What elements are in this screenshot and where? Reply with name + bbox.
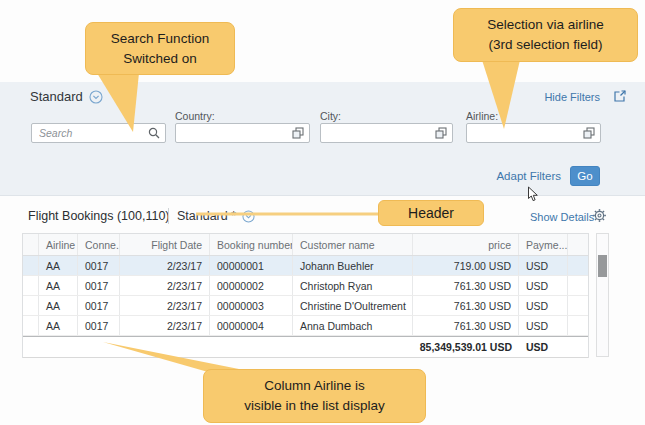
scrollbar-thumb[interactable]: [598, 255, 607, 277]
cell-price: 761.30 USD: [413, 296, 519, 315]
flight-bookings-table: Airline Conne... Flight Date Booking num…: [22, 233, 589, 358]
row-select-cell[interactable]: [23, 316, 39, 335]
total-payment: USD: [519, 337, 568, 357]
airline-input[interactable]: [467, 127, 583, 139]
table-variant-label: Standard *: [177, 209, 236, 223]
table-row[interactable]: AA 0017 2/23/17 00000001 Johann Buehler …: [23, 256, 588, 276]
cell-booking-number: 00000002: [210, 276, 293, 295]
country-input[interactable]: [176, 127, 292, 139]
cell-filler: [568, 276, 588, 295]
cell-flight-date: 2/23/17: [120, 256, 210, 275]
variant-selector-label: Standard: [30, 89, 83, 104]
row-select-cell[interactable]: [23, 296, 39, 315]
cell-airline: AA: [39, 296, 78, 315]
share-icon[interactable]: [613, 89, 627, 103]
callout-text: Switched on: [86, 49, 234, 69]
cell-flight-date: 2/23/17: [120, 276, 210, 295]
filter-bar: Standard Hide Filters Country:: [0, 82, 645, 196]
col-flight-date[interactable]: Flight Date: [120, 234, 210, 255]
search-field[interactable]: [31, 123, 166, 143]
app-screenshot: Standard Hide Filters Country:: [0, 0, 645, 425]
callout-search-function: Search Function Switched on: [85, 22, 235, 75]
cell-airline: AA: [39, 316, 78, 335]
value-help-icon[interactable]: [435, 127, 447, 139]
col-connection[interactable]: Conne...: [78, 234, 120, 255]
cell-payment: USD: [519, 316, 568, 335]
country-field[interactable]: [175, 123, 310, 143]
callout-text: Header: [379, 203, 483, 223]
callout-column-airline: Column Airline is visible in the list di…: [203, 369, 426, 423]
variant-selector[interactable]: Standard: [30, 89, 103, 104]
table-row[interactable]: AA 0017 2/23/17 00000002 Christoph Ryan …: [23, 276, 588, 296]
col-price[interactable]: price: [413, 234, 519, 255]
callout-text: Search Function: [86, 29, 234, 49]
col-payment[interactable]: Payme...: [519, 234, 568, 255]
table-row[interactable]: AA 0017 2/23/17 00000004 Anna Dumbach 76…: [23, 316, 588, 336]
callout-header: Header: [378, 200, 484, 226]
vertical-scrollbar[interactable]: [596, 233, 609, 357]
chevron-down-circle-icon[interactable]: [242, 210, 255, 223]
city-input[interactable]: [321, 127, 435, 139]
col-customer-name[interactable]: Customer name: [293, 234, 413, 255]
cell-customer-name: Christine D'Oultrement: [293, 296, 413, 315]
cell-price: 761.30 USD: [413, 276, 519, 295]
city-label: City:: [320, 110, 341, 122]
go-button[interactable]: Go: [570, 166, 600, 186]
cell-filler: [568, 296, 588, 315]
cell-airline: AA: [39, 256, 78, 275]
hide-filters-link[interactable]: Hide Filters: [544, 91, 600, 103]
cell-booking-number: 00000003: [210, 296, 293, 315]
callout-text: Column Airline is: [204, 376, 425, 396]
select-all-cell[interactable]: [23, 234, 39, 255]
cell-price: 719.00 USD: [413, 256, 519, 275]
title-divider: [168, 208, 169, 224]
table-header-row: Airline Conne... Flight Date Booking num…: [23, 234, 588, 256]
cell-connection: 0017: [78, 276, 120, 295]
airline-field[interactable]: [466, 123, 601, 143]
cell-connection: 0017: [78, 256, 120, 275]
table-row[interactable]: AA 0017 2/23/17 00000003 Christine D'Oul…: [23, 296, 588, 316]
table-variant-selector[interactable]: Standard *: [177, 209, 255, 223]
cell-connection: 0017: [78, 316, 120, 335]
callout-airline-selection: Selection via airline (3rd selection fie…: [453, 8, 638, 62]
show-details-link[interactable]: Show Details: [530, 211, 594, 223]
cell-payment: USD: [519, 296, 568, 315]
value-help-icon[interactable]: [292, 127, 304, 139]
cell-customer-name: Christoph Ryan: [293, 276, 413, 295]
cell-flight-date: 2/23/17: [120, 316, 210, 335]
cell-price: 761.30 USD: [413, 316, 519, 335]
cell-payment: USD: [519, 256, 568, 275]
cell-filler: [568, 316, 588, 335]
cell-customer-name: Johann Buehler: [293, 256, 413, 275]
cell-connection: 0017: [78, 296, 120, 315]
cell-booking-number: 00000001: [210, 256, 293, 275]
col-booking-number[interactable]: Booking number: [210, 234, 293, 255]
callout-text: Selection via airline: [454, 15, 637, 35]
city-field[interactable]: [320, 123, 453, 143]
search-icon[interactable]: [148, 127, 160, 139]
cell-booking-number: 00000004: [210, 316, 293, 335]
table-title: Flight Bookings (100,110): [28, 209, 170, 223]
adapt-filters-link[interactable]: Adapt Filters: [496, 170, 561, 182]
row-select-cell[interactable]: [23, 256, 39, 275]
cell-customer-name: Anna Dumbach: [293, 316, 413, 335]
col-airline[interactable]: Airline: [39, 234, 78, 255]
search-input[interactable]: [32, 127, 148, 139]
cell-airline: AA: [39, 276, 78, 295]
row-select-cell[interactable]: [23, 276, 39, 295]
cell-flight-date: 2/23/17: [120, 296, 210, 315]
callout-text: visible in the list display: [204, 396, 425, 416]
col-filler: [568, 234, 588, 255]
table-total-row: 85,349,539.01 USD USD: [23, 336, 588, 358]
airline-label: Airline:: [466, 110, 498, 122]
cell-payment: USD: [519, 276, 568, 295]
settings-gear-icon[interactable]: [592, 208, 607, 223]
country-label: Country:: [175, 110, 215, 122]
chevron-down-circle-icon[interactable]: [89, 90, 103, 104]
total-price: 85,349,539.01 USD: [413, 337, 519, 357]
value-help-icon[interactable]: [583, 127, 595, 139]
callout-text: (3rd selection field): [454, 35, 637, 55]
cell-filler: [568, 256, 588, 275]
